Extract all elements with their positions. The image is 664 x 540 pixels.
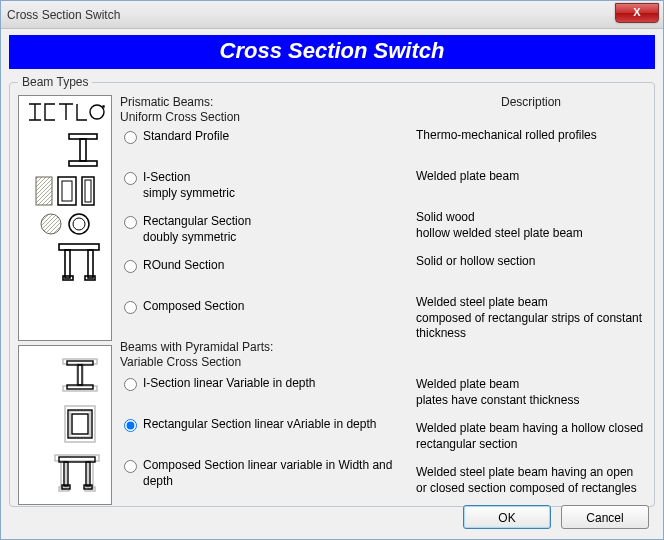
round-section-icons (23, 212, 107, 236)
option-var-isection[interactable]: I-Section linear Variable in depth (120, 376, 408, 404)
option-isection[interactable]: I-Sectionsimply symmetric (120, 170, 408, 201)
svg-rect-5 (36, 177, 52, 205)
ok-button[interactable]: OK (463, 505, 551, 529)
description-header: Description (416, 95, 646, 110)
svg-rect-14 (65, 250, 70, 278)
radio-var-rectangular[interactable] (124, 419, 137, 432)
desc-var-rectangular: Welded plate beam having a hollow closed… (416, 421, 646, 452)
variable-header: Beams with Pyramidal Parts: Variable Cro… (120, 340, 408, 370)
label-var-rectangular: Rectangular Section linear vAriable in d… (143, 417, 376, 433)
desc-round: Solid or hollow section (416, 254, 646, 282)
label-standard-profile: Standard Profile (143, 129, 229, 145)
svg-point-11 (69, 214, 89, 234)
rect-section-icons (23, 176, 107, 206)
cancel-button[interactable]: Cancel (561, 505, 649, 529)
dialog-window: Cross Section Switch X Cross Section Swi… (0, 0, 664, 540)
var-isection-icon (59, 355, 101, 395)
label-rectangular: Rectangular Section doubly symmetric (143, 214, 251, 245)
radio-standard-profile[interactable] (124, 131, 137, 144)
svg-rect-13 (59, 244, 99, 250)
svg-point-0 (90, 105, 104, 119)
label-var-isection: I-Section linear Variable in depth (143, 376, 316, 392)
var-rect-icon (59, 404, 101, 444)
svg-rect-15 (88, 250, 93, 278)
radio-isection[interactable] (124, 172, 137, 185)
standard-profiles-icon (23, 100, 107, 124)
option-round[interactable]: ROund Section (120, 258, 408, 286)
icons-column (18, 95, 112, 498)
svg-point-12 (73, 218, 85, 230)
window-title: Cross Section Switch (7, 8, 120, 22)
description-column: Description Thermo-mechanical rolled pro… (416, 95, 646, 498)
svg-rect-28 (55, 455, 99, 461)
svg-rect-4 (69, 161, 97, 166)
svg-rect-7 (62, 181, 72, 201)
banner-title: Cross Section Switch (9, 35, 655, 69)
desc-rectangular: Solid woodhollow welded steel plate beam (416, 210, 646, 241)
icons-prismatic (18, 95, 112, 341)
option-var-composed[interactable]: Composed Section linear variable in Widt… (120, 458, 408, 489)
groupbox-legend: Beam Types (18, 75, 92, 89)
beam-types-group: Beam Types (9, 75, 655, 507)
title-bar[interactable]: Cross Section Switch X (1, 1, 663, 29)
svg-rect-8 (82, 177, 94, 205)
option-standard-profile[interactable]: Standard Profile (120, 129, 408, 157)
label-round: ROund Section (143, 258, 224, 274)
label-composed: Composed Section (143, 299, 244, 315)
svg-rect-1 (103, 106, 104, 107)
button-row: OK Cancel (463, 505, 649, 529)
desc-composed: Welded steel plate beamcomposed of recta… (416, 295, 646, 342)
svg-rect-3 (80, 139, 86, 161)
desc-isection: Welded plate beam (416, 169, 646, 197)
option-composed[interactable]: Composed Section (120, 299, 408, 327)
radio-var-isection[interactable] (124, 378, 137, 391)
svg-rect-23 (67, 385, 93, 389)
radio-rectangular[interactable] (124, 216, 137, 229)
svg-rect-27 (72, 414, 88, 434)
svg-rect-25 (70, 411, 90, 437)
label-isection: I-Sectionsimply symmetric (143, 170, 235, 201)
options-column: Prismatic Beams: Uniform Cross Section S… (120, 95, 408, 498)
desc-var-isection: Welded plate beamplates have constant th… (416, 377, 646, 408)
option-rectangular[interactable]: Rectangular Section doubly symmetric (120, 214, 408, 245)
option-var-rectangular[interactable]: Rectangular Section linear vAriable in d… (120, 417, 408, 445)
dialog-content: Cross Section Switch Beam Types (1, 29, 663, 539)
close-button[interactable]: X (615, 3, 659, 23)
var-composed-icon (53, 453, 101, 495)
radio-var-composed[interactable] (124, 460, 137, 473)
svg-rect-9 (85, 180, 91, 202)
svg-point-10 (41, 214, 61, 234)
radio-composed[interactable] (124, 301, 137, 314)
desc-var-composed: Welded steel plate beam having an open o… (416, 465, 646, 496)
label-var-composed: Composed Section linear variable in Widt… (143, 458, 408, 489)
desc-standard: Thermo-mechanical rolled profiles (416, 128, 646, 156)
close-icon: X (633, 6, 640, 18)
icons-variable (18, 345, 112, 505)
i-section-icon (23, 130, 107, 170)
prismatic-header: Prismatic Beams: Uniform Cross Section (120, 95, 408, 125)
composed-section-icon (23, 242, 107, 282)
radio-round[interactable] (124, 260, 137, 273)
svg-rect-22 (78, 365, 82, 385)
